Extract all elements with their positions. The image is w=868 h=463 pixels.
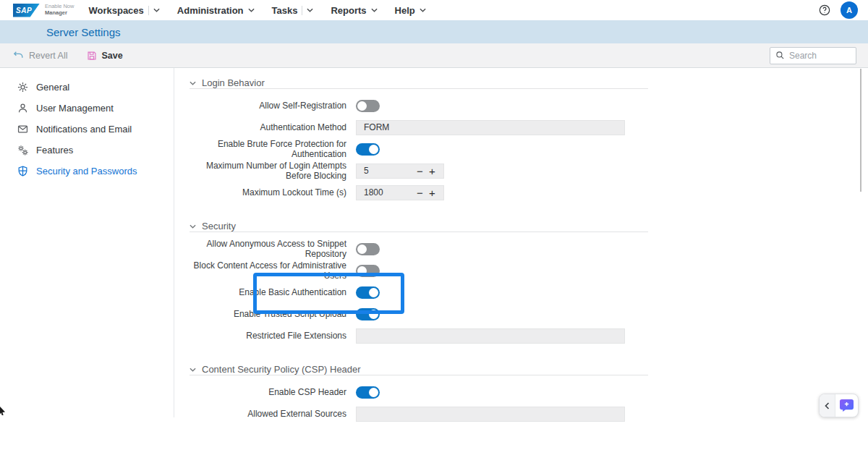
save-button[interactable]: Save	[87, 51, 123, 61]
field-allowed-external-sources[interactable]	[356, 407, 625, 422]
section-header-login-behavior[interactable]: Login Behavior	[190, 77, 648, 88]
setting-label: Maximum Lockout Time (s)	[190, 187, 356, 197]
envelope-icon	[17, 124, 28, 135]
sidebar-item-label: Security and Passwords	[36, 166, 137, 177]
revert-all-label: Revert All	[29, 51, 68, 61]
undo-icon	[13, 50, 24, 61]
sidebar-item-label: User Management	[36, 103, 114, 114]
cogs-icon	[17, 145, 28, 156]
toggle-enable-basic-authentication[interactable]	[356, 286, 380, 299]
collapse-button[interactable]	[820, 394, 835, 417]
settings-row: Maximum Number of Login Attempts Before …	[190, 160, 648, 182]
settings-sidebar: General User Management Notifications an…	[0, 68, 174, 417]
setting-label: Allowed External Sources	[190, 409, 356, 419]
menu-reports[interactable]: Reports	[331, 5, 377, 16]
settings-row: Block Content Access for Administrative …	[190, 260, 648, 281]
decrement-button[interactable]: −	[414, 187, 426, 198]
revert-all-button[interactable]: Revert All	[13, 50, 68, 61]
setting-label: Block Content Access for Administrative …	[190, 260, 356, 281]
sidebar-item-security-passwords[interactable]: Security and Passwords	[0, 161, 174, 182]
avatar-initial: A	[846, 6, 852, 14]
chevron-down-icon[interactable]	[307, 8, 313, 12]
chat-button[interactable]	[835, 394, 858, 417]
chevron-down-icon	[248, 8, 255, 12]
toggle-knob	[357, 101, 367, 111]
top-nav: SAP Enable Now Manager Workspaces Admini…	[0, 0, 868, 20]
chevron-left-icon	[825, 402, 830, 409]
settings-row: Enable Trusted Script Upload	[190, 303, 648, 325]
sidebar-item-notifications-email[interactable]: Notifications and Email	[0, 119, 174, 140]
section-header-security[interactable]: Security	[190, 221, 648, 232]
setting-label: Enable CSP Header	[190, 387, 356, 397]
setting-label: Maximum Number of Login Attempts Before …	[190, 161, 356, 181]
toggle-allow-self-registration[interactable]	[356, 100, 380, 112]
sidebar-item-general[interactable]: General	[0, 77, 174, 98]
decrement-button[interactable]: −	[414, 166, 426, 177]
toggle-anonymous-snippet-access[interactable]	[356, 243, 380, 255]
toggle-block-content-access[interactable]	[356, 265, 380, 277]
menu-divider	[302, 6, 302, 15]
menu-help[interactable]: Help	[395, 5, 426, 16]
search-box[interactable]	[770, 47, 856, 64]
gear-icon	[17, 82, 28, 93]
stepper-value: 5	[364, 166, 414, 176]
chat-launcher	[819, 394, 859, 417]
toggle-knob	[357, 245, 367, 254]
toggle-brute-force-protection[interactable]	[356, 143, 380, 156]
settings-row: Authentication Method FORM	[190, 116, 648, 138]
sidebar-item-label: General	[36, 82, 69, 93]
avatar[interactable]: A	[841, 1, 858, 19]
setting-label: Enable Trusted Script Upload	[190, 309, 356, 319]
title-bar: Server Settings	[0, 20, 868, 43]
help-icon[interactable]	[819, 4, 830, 16]
toggle-knob	[369, 388, 378, 397]
sap-logo[interactable]: SAP	[13, 4, 40, 17]
user-icon	[17, 103, 28, 114]
sidebar-item-label: Features	[36, 145, 73, 156]
increment-button[interactable]: +	[426, 166, 438, 177]
menu-administration-label: Administration	[177, 5, 244, 16]
search-input[interactable]	[789, 51, 847, 61]
chevron-down-icon	[190, 224, 196, 229]
stepper-max-lockout-time[interactable]: 1800 − +	[356, 185, 444, 200]
section-title: Content Security Policy (CSP) Header	[202, 364, 361, 375]
section-security: Security Allow Anonymous Access to Snipp…	[190, 221, 648, 347]
chevron-down-icon	[420, 8, 426, 12]
chat-bubble-icon	[839, 399, 854, 412]
page-title: Server Settings	[46, 26, 121, 38]
field-restricted-file-extensions[interactable]	[356, 328, 625, 344]
save-icon	[87, 51, 97, 61]
settings-row-highlighted: Enable Basic Authentication	[190, 281, 648, 303]
settings-row: Restricted File Extensions	[190, 325, 648, 347]
settings-content: Login Behavior Allow Self-Registration A…	[174, 68, 868, 417]
stepper-max-login-attempts[interactable]: 5 − +	[356, 163, 444, 179]
menu-tasks[interactable]: Tasks	[272, 5, 314, 16]
save-label: Save	[102, 51, 123, 61]
toolbar: Revert All Save	[0, 43, 868, 68]
field-authentication-method[interactable]: FORM	[356, 120, 625, 135]
chevron-down-icon[interactable]	[153, 8, 160, 12]
setting-label: Enable Basic Authentication	[190, 287, 356, 297]
scrollbar[interactable]	[860, 69, 861, 192]
menu-workspaces-label: Workspaces	[88, 5, 143, 16]
menu-help-label: Help	[395, 5, 415, 16]
toggle-enable-csp-header[interactable]	[356, 386, 380, 399]
toggle-trusted-script-upload[interactable]	[356, 308, 380, 320]
section-login-behavior: Login Behavior Allow Self-Registration A…	[190, 77, 648, 203]
product-line2: Manager	[45, 10, 74, 17]
menu-workspaces[interactable]: Workspaces	[88, 5, 159, 16]
section-header-csp[interactable]: Content Security Policy (CSP) Header	[190, 364, 648, 375]
menu-reports-label: Reports	[331, 5, 366, 16]
settings-row: Maximum Lockout Time (s) 1800 − +	[190, 182, 648, 203]
toggle-knob	[369, 310, 378, 319]
menu-administration[interactable]: Administration	[177, 5, 255, 16]
settings-row: Enable CSP Header	[190, 381, 648, 403]
sidebar-item-features[interactable]: Features	[0, 140, 174, 161]
sidebar-item-user-management[interactable]: User Management	[0, 98, 174, 119]
increment-button[interactable]: +	[426, 187, 438, 198]
setting-label: Allow Self-Registration	[190, 101, 356, 111]
product-name: Enable Now Manager	[45, 4, 74, 16]
shield-icon	[17, 166, 28, 177]
menu-divider	[148, 6, 149, 15]
setting-label: Enable Brute Force Protection for Authen…	[190, 139, 356, 159]
